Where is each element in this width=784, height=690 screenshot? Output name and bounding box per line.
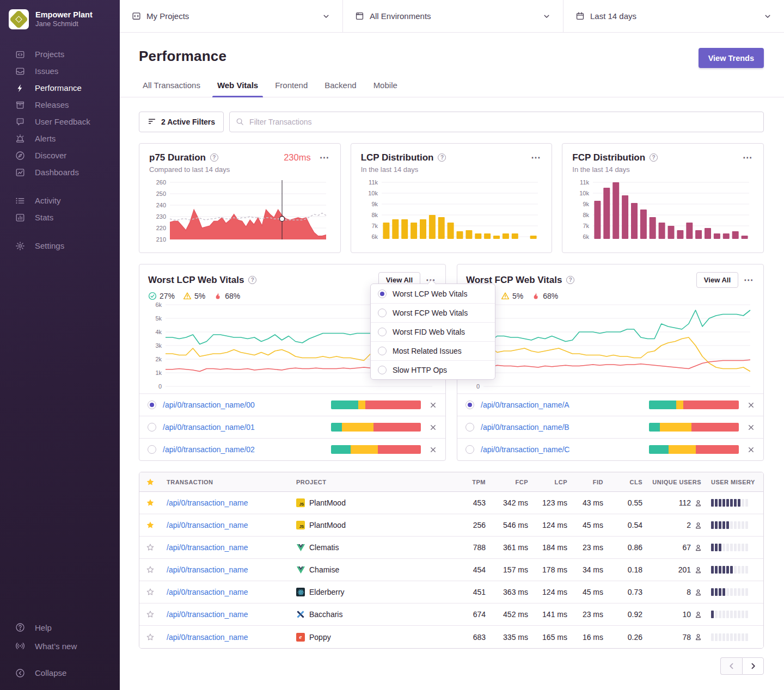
sidebar-item-releases[interactable]: Releases <box>0 96 120 113</box>
transaction-link[interactable]: /api/0/transaction_name/01 <box>163 423 255 432</box>
search-input[interactable] <box>229 112 764 132</box>
transaction-link[interactable]: /api/0/transaction_name <box>167 588 248 596</box>
transaction-link[interactable]: /api/0/transaction_name/A <box>481 401 569 409</box>
sidebar-item-stats[interactable]: Stats <box>0 209 120 226</box>
sidebar-item-what-s-new[interactable]: What’s new <box>0 637 120 655</box>
sidebar-item-user-feedback[interactable]: User Feedback <box>0 113 120 130</box>
tab-backend[interactable]: Backend <box>324 81 356 97</box>
transaction-radio[interactable] <box>465 445 474 454</box>
star-filled-icon <box>139 478 161 486</box>
view-trends-button[interactable]: View Trends <box>699 48 764 68</box>
vitals-transaction-row: /api/0/transaction_name/01 <box>139 416 445 438</box>
transaction-radio[interactable] <box>465 401 474 409</box>
transaction-link[interactable]: /api/0/transaction_name <box>167 521 248 529</box>
help-icon[interactable]: ? <box>248 276 256 284</box>
sidebar-item-help[interactable]: Help <box>0 618 120 637</box>
close-icon[interactable] <box>747 423 755 432</box>
next-page-button[interactable] <box>742 657 764 675</box>
cls-value: 0.92 <box>604 610 644 619</box>
vital-stat: 68% <box>213 292 240 300</box>
transaction-radio[interactable] <box>465 423 474 432</box>
menu-item-slow-http-ops[interactable]: Slow HTTP Ops <box>371 360 495 379</box>
svg-text:6k: 6k <box>371 233 378 240</box>
sidebar-item-issues[interactable]: Issues <box>0 63 120 79</box>
transaction-radio[interactable] <box>148 445 156 454</box>
transaction-link[interactable]: /api/0/transaction_name/B <box>481 423 569 432</box>
transaction-radio[interactable] <box>148 401 156 409</box>
help-icon[interactable]: ? <box>566 276 574 284</box>
tpm-value: 454 <box>454 565 487 574</box>
star-outline-icon[interactable] <box>139 633 161 642</box>
org-switcher[interactable]: Empower Plant Jane Schmidt <box>0 0 120 35</box>
menu-item-worst-fcp-web-vitals[interactable]: Worst FCP Web Vitals <box>371 303 495 322</box>
tab-web-vitals[interactable]: Web Vitals <box>217 81 258 97</box>
menu-item-worst-lcp-web-vitals[interactable]: Worst LCP Web Vitals <box>371 284 495 303</box>
global-filter-bar: My Projects All Environments Last 14 day… <box>120 0 784 33</box>
card-title: LCP Distribution <box>361 152 434 163</box>
tab-mobile[interactable]: Mobile <box>373 81 397 97</box>
previous-page-button[interactable] <box>720 657 742 675</box>
sidebar-item-collapse[interactable]: Collapse <box>0 664 120 681</box>
global-filter-last-14-days[interactable]: Last 14 days <box>564 0 784 32</box>
transaction-radio[interactable] <box>148 423 156 432</box>
close-icon[interactable] <box>429 423 437 432</box>
project-cell[interactable]: Chamise <box>296 565 454 574</box>
star-outline-icon[interactable] <box>139 588 161 596</box>
close-icon[interactable] <box>747 401 755 409</box>
transaction-link[interactable]: /api/0/transaction_name <box>167 633 248 642</box>
sidebar-item-alerts[interactable]: Alerts <box>0 130 120 147</box>
star-filled-icon[interactable] <box>139 498 161 507</box>
close-icon[interactable] <box>429 401 437 409</box>
project-cell[interactable]: ePoppy <box>296 633 454 642</box>
project-cell[interactable]: JSPlantMood <box>296 498 454 507</box>
fid-value: 45 ms <box>568 588 604 596</box>
sidebar-item-settings[interactable]: Settings <box>0 237 120 254</box>
lcp-value: 178 ms <box>529 565 568 574</box>
transaction-link[interactable]: /api/0/transaction_name/00 <box>163 401 255 409</box>
sidebar-item-activity[interactable]: Activity <box>0 192 120 209</box>
project-cell[interactable]: Elderberry <box>296 588 454 596</box>
close-icon[interactable] <box>747 446 755 454</box>
transaction-link[interactable]: /api/0/transaction_name/02 <box>163 445 255 454</box>
transaction-link[interactable]: /api/0/transaction_name <box>167 498 248 507</box>
svg-text:10k: 10k <box>368 190 378 196</box>
transaction-link[interactable]: /api/0/transaction_name/C <box>481 445 569 454</box>
sidebar-item-dashboards[interactable]: Dashboards <box>0 164 120 181</box>
star-outline-icon[interactable] <box>139 565 161 574</box>
menu-item-most-related-issues[interactable]: Most Related Issues <box>371 341 495 360</box>
svg-text:240: 240 <box>156 202 166 208</box>
sidebar-item-performance[interactable]: Performance <box>0 79 120 96</box>
card-menu-button[interactable]: ⋯ <box>318 152 330 163</box>
unique-users-value: 2 <box>644 521 702 529</box>
global-filter-all-environments[interactable]: All Environments <box>343 0 564 32</box>
menu-item-worst-fid-web-vitals[interactable]: Worst FID Web Vitals <box>371 322 495 341</box>
star-outline-icon[interactable] <box>139 610 161 619</box>
transaction-link[interactable]: /api/0/transaction_name <box>167 543 248 552</box>
sidebar-item-discover[interactable]: Discover <box>0 147 120 164</box>
transaction-link[interactable]: /api/0/transaction_name <box>167 565 248 574</box>
p75-duration-card: p75 Duration ? 230ms ⋯ Compared to last … <box>139 143 341 253</box>
help-icon[interactable]: ? <box>650 153 658 162</box>
card-menu-button[interactable]: ⋯ <box>743 274 755 286</box>
project-cell[interactable]: Clematis <box>296 543 454 552</box>
card-menu-button[interactable]: ⋯ <box>530 152 542 163</box>
close-icon[interactable] <box>429 446 437 454</box>
lcp-value: 124 ms <box>529 521 568 529</box>
help-icon[interactable]: ? <box>210 153 218 162</box>
fid-value: 45 ms <box>568 521 604 529</box>
cls-value: 0.18 <box>604 565 644 574</box>
help-icon[interactable]: ? <box>438 153 446 162</box>
star-outline-icon[interactable] <box>139 543 161 552</box>
card-menu-button[interactable]: ⋯ <box>742 152 754 163</box>
tab-all-transactions[interactable]: All Transactions <box>143 81 200 97</box>
view-all-button[interactable]: View All <box>696 272 738 288</box>
project-cell[interactable]: Baccharis <box>296 610 454 619</box>
global-filter-my-projects[interactable]: My Projects <box>120 0 343 32</box>
transaction-link[interactable]: /api/0/transaction_name <box>167 610 248 619</box>
worst-fcp-chart: 6k5k4k3k2k1k0 <box>466 300 755 393</box>
tab-frontend[interactable]: Frontend <box>275 81 308 97</box>
star-filled-icon[interactable] <box>139 521 161 529</box>
project-cell[interactable]: JSPlantMood <box>296 521 454 529</box>
sidebar-item-projects[interactable]: Projects <box>0 46 120 63</box>
active-filters-button[interactable]: 2 Active Filters <box>139 112 224 132</box>
